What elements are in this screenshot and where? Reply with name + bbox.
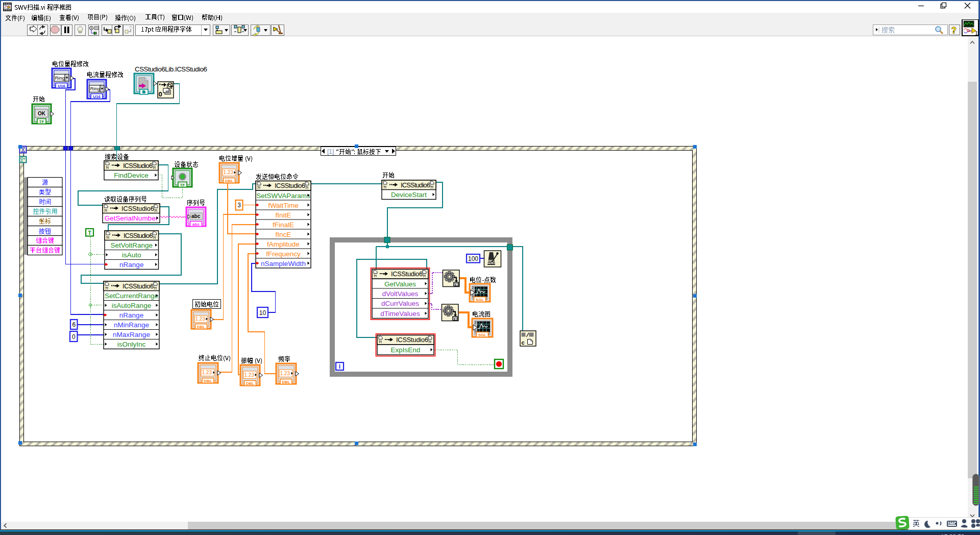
svg-text:fIncE: fIncE xyxy=(276,231,291,238)
svg-text:ICSStudio6: ICSStudio6 xyxy=(275,182,305,189)
svg-text:?: ? xyxy=(951,26,957,35)
svg-text:10: 10 xyxy=(259,309,266,317)
svg-text:isAutoRange: isAutoRange xyxy=(112,302,151,309)
svg-text:?!: ?! xyxy=(305,186,309,189)
svg-text:fInitE: fInitE xyxy=(276,211,291,219)
svg-text:dVoltValues: dVoltValues xyxy=(382,290,419,298)
svg-text:U16: U16 xyxy=(93,94,101,99)
svg-text:?!: ?! xyxy=(153,166,156,169)
svg-text:?!: ?! xyxy=(105,286,109,290)
svg-text:6: 6 xyxy=(72,321,76,328)
svg-text:ICSStudio6: ICSStudio6 xyxy=(123,162,153,169)
svg-text:abc: abc xyxy=(192,222,200,227)
svg-text:FindDevice: FindDevice xyxy=(114,172,149,179)
svg-text:CSStudio6Lib.ICSStudio6: CSStudio6Lib.ICSStudio6 xyxy=(135,65,207,73)
svg-text:GetValues: GetValues xyxy=(384,280,416,288)
svg-text:SGL: SGL xyxy=(476,298,484,302)
svg-text:1.23: 1.23 xyxy=(244,372,255,378)
svg-text:GetSerialNumber: GetSerialNumber xyxy=(105,214,158,222)
svg-text:c: c xyxy=(522,339,525,346)
svg-text:?!: ?! xyxy=(106,166,109,169)
svg-text:?!: ?! xyxy=(374,274,377,278)
svg-text:TF: TF xyxy=(39,119,44,124)
svg-text:dCurrValues: dCurrValues xyxy=(381,300,419,307)
svg-text:nMinRange: nMinRange xyxy=(114,321,149,329)
svg-text:SGL: SGL xyxy=(478,333,487,337)
svg-text:DBL: DBL xyxy=(197,325,206,329)
svg-text:fFrequency: fFrequency xyxy=(266,250,301,258)
svg-text:nMaxRange: nMaxRange xyxy=(113,331,150,338)
svg-text:DBL: DBL xyxy=(246,381,255,386)
svg-text:1.23: 1.23 xyxy=(195,316,206,322)
svg-text:ICSStudio6: ICSStudio6 xyxy=(121,205,154,212)
svg-text:U16: U16 xyxy=(58,84,65,88)
svg-text:Ring: Ring xyxy=(90,86,101,91)
svg-text:SetCurrentRange: SetCurrentRange xyxy=(105,292,158,300)
svg-text:ICSStudio6: ICSStudio6 xyxy=(396,336,428,344)
svg-text:fAmplitude: fAmplitude xyxy=(267,240,300,248)
svg-text:?!: ?! xyxy=(154,209,158,212)
svg-text:SetSWVAParams: SetSWVAParams xyxy=(256,192,310,200)
svg-text:1.23: 1.23 xyxy=(224,169,234,175)
svg-text:DBL: DBL xyxy=(282,380,290,384)
svg-text:?!: ?! xyxy=(154,286,157,290)
svg-text:TF: TF xyxy=(180,183,185,187)
svg-text:i: i xyxy=(339,363,340,370)
svg-text:3: 3 xyxy=(237,202,241,209)
svg-text:1.23: 1.23 xyxy=(202,370,212,375)
svg-text:?!: ?! xyxy=(383,185,387,189)
svg-text:DBL: DBL xyxy=(225,179,234,183)
svg-text:?!: ?! xyxy=(379,340,382,344)
svg-text:ICSStudio6: ICSStudio6 xyxy=(401,181,430,189)
svg-text:[1]: [1] xyxy=(327,148,334,155)
svg-text:dTimeValues: dTimeValues xyxy=(380,310,420,318)
svg-text:?!: ?! xyxy=(104,209,108,212)
svg-text:isAuto: isAuto xyxy=(122,251,141,259)
svg-text:fFinalE: fFinalE xyxy=(273,221,294,229)
svg-text:?!: ?! xyxy=(423,274,426,278)
svg-text:Ring: Ring xyxy=(55,75,65,81)
svg-text:2: 2 xyxy=(475,321,477,324)
svg-text:ICSStudio6: ICSStudio6 xyxy=(122,282,154,290)
svg-text:fWaitTime: fWaitTime xyxy=(268,202,299,209)
svg-text:nRange: nRange xyxy=(119,261,143,269)
svg-text:DeviceStart: DeviceStart xyxy=(391,191,427,199)
svg-text:0: 0 xyxy=(159,90,162,98)
svg-text:2: 2 xyxy=(472,286,474,289)
svg-text:T: T xyxy=(88,230,91,236)
svg-text:0: 0 xyxy=(72,333,76,341)
svg-text:1: 1 xyxy=(975,30,978,36)
svg-text:?!: ?! xyxy=(430,185,434,189)
svg-text:?!: ?! xyxy=(257,186,261,189)
svg-text:SetVoltRange: SetVoltRange xyxy=(110,241,153,249)
svg-text:ExpIsEnd: ExpIsEnd xyxy=(391,346,421,354)
svg-text:1.23: 1.23 xyxy=(280,371,290,376)
svg-text:?!: ?! xyxy=(106,236,110,239)
svg-text:100: 100 xyxy=(468,255,478,262)
svg-text:ICSStudio6: ICSStudio6 xyxy=(124,232,153,239)
svg-text:?!: ?! xyxy=(153,236,156,239)
svg-text:OK: OK xyxy=(38,111,46,116)
svg-text:ICSStudio6: ICSStudio6 xyxy=(391,270,423,278)
svg-text:abc: abc xyxy=(191,213,201,219)
svg-text:nSampleWidth: nSampleWidth xyxy=(261,260,306,268)
svg-text:isOnlyInc: isOnlyInc xyxy=(117,341,146,348)
svg-text:nRange: nRange xyxy=(119,311,143,319)
svg-text:DBL: DBL xyxy=(204,379,212,383)
svg-text:?!: ?! xyxy=(428,340,432,344)
